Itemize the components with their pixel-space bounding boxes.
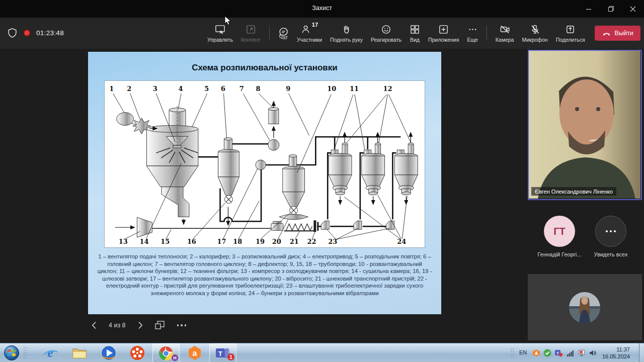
diagram-number: 2 [127, 85, 131, 93]
share-button[interactable]: Поделиться [552, 19, 589, 47]
screw-conveyor [271, 221, 314, 231]
apps-button[interactable]: Приложения [425, 19, 462, 47]
diagram-number: 11 [350, 85, 359, 93]
compressor [137, 217, 152, 237]
react-button[interactable]: Реагировать [367, 19, 405, 47]
tray-teams-icon[interactable]: T [554, 349, 562, 357]
windows-taskbar: e H a T 1 [0, 343, 644, 362]
participant-avatar-card[interactable]: ГТ Геннадій Георгі... [531, 216, 588, 257]
movie-app-icon[interactable] [129, 345, 145, 361]
language-indicator[interactable]: EN [519, 349, 527, 355]
participants-button[interactable]: 17 Участники [293, 19, 326, 47]
restore-button[interactable] [600, 0, 622, 18]
slide-more-options-button[interactable] [177, 324, 187, 326]
participants-icon [301, 24, 311, 35]
presentation-slide: Схема розпилювальної установки [88, 52, 441, 314]
unload-fan [256, 160, 266, 170]
start-button[interactable] [4, 345, 20, 361]
diagram-number: 21 [290, 238, 299, 245]
meeting-stage: Схема розпилювальної установки [0, 49, 644, 343]
diagram-number: 5 [204, 85, 209, 93]
diagram-number: 9 [286, 85, 290, 93]
more-button[interactable]: Еще [463, 19, 481, 47]
diagram-number: 16 [187, 238, 196, 245]
svg-text:T: T [218, 350, 222, 357]
diagram-number: 12 [383, 85, 392, 93]
bunker-cyclone-1 [329, 143, 352, 195]
recording-cluster: 01:23:48 [7, 28, 64, 38]
participant-initials: ГТ [553, 226, 566, 237]
window-title: Захист [0, 5, 644, 12]
raise-hand-icon [341, 24, 352, 35]
previous-slide-button[interactable] [92, 321, 97, 329]
mic-off-icon [530, 24, 540, 35]
toolbar-divider [269, 26, 270, 41]
raise-hand-button[interactable]: Поднять руку [327, 19, 366, 47]
taskbar-clock[interactable]: 11:37 16.05.2024 [598, 346, 630, 360]
participant-video-tile[interactable] [528, 274, 642, 340]
speaker-video-tile[interactable]: Євген Олександрович Ліненко [528, 50, 642, 200]
slide-page-indicator: 4 из 8 [109, 322, 126, 329]
chat-button[interactable]: Чат [275, 19, 292, 47]
svg-text:a: a [193, 349, 197, 357]
diagram-number: 19 [256, 238, 265, 245]
network-signal-icon[interactable] [567, 349, 575, 357]
internet-explorer-icon[interactable]: e [42, 345, 58, 361]
view-button[interactable]: Вид [406, 19, 424, 47]
close-icon [630, 6, 636, 12]
diagram-number: 15 [160, 238, 170, 245]
next-slide-button[interactable] [138, 321, 143, 329]
participant-photo-avatar [569, 292, 600, 323]
diagram-number: 13 [119, 238, 128, 245]
apps-plus-icon [438, 24, 449, 35]
teams-notification-badge: 1 [227, 353, 234, 360]
participant-name-label: Геннадій Георгі... [538, 251, 582, 257]
content-button[interactable]: Контент [237, 19, 264, 47]
mic-button[interactable]: Микрофон [518, 19, 551, 47]
toolbar-divider [487, 26, 487, 41]
thumbnails-icon[interactable] [155, 321, 165, 330]
dryer-chamber [146, 106, 198, 217]
diagram-number: 7 [239, 85, 244, 93]
spray-dryer-diagram: 1 2 3 4 5 6 7 8 9 10 11 12 13 14 15 16 1 [105, 81, 425, 247]
diagram-canvas: 1 2 3 4 5 6 7 8 9 10 11 12 13 14 15 16 1 [104, 80, 425, 248]
action-center-alert-icon[interactable] [578, 349, 586, 357]
camera-off-icon [500, 24, 510, 35]
meeting-timer: 01:23:48 [36, 29, 64, 37]
diagram-number: 18 [233, 238, 242, 245]
manage-button[interactable]: Управлять [204, 19, 236, 47]
diagram-number: 4 [179, 85, 183, 93]
diagram-number: 20 [272, 238, 281, 245]
antivirus-icon[interactable]: a [187, 345, 203, 361]
diagram-number: 3 [153, 85, 157, 93]
file-explorer-icon[interactable] [71, 345, 88, 361]
tray-status-ok-icon[interactable] [543, 349, 551, 357]
tray-antivirus-icon[interactable] [532, 349, 540, 357]
volume-icon[interactable] [589, 349, 597, 357]
see-all-label: Увидеть всех [594, 251, 628, 257]
close-button[interactable] [622, 0, 644, 18]
see-all-button[interactable] [595, 216, 626, 247]
ellipsis-icon [606, 230, 616, 232]
minimize-button[interactable] [578, 0, 600, 18]
shield-icon [7, 28, 18, 38]
camera-button[interactable]: Камера [492, 19, 518, 47]
participant-initials-avatar[interactable]: ГТ [544, 216, 575, 247]
speaker-webcam-image [529, 51, 640, 199]
chrome-taskbar-button[interactable]: H [152, 343, 180, 362]
see-all-card[interactable]: Увидеть всех [583, 216, 639, 257]
media-player-icon[interactable] [101, 345, 117, 361]
show-desktop-button[interactable] [639, 343, 644, 362]
speaker-name-label: Євген Олександрович Ліненко [531, 187, 616, 196]
content-icon [246, 24, 256, 35]
slide-navigation: 4 из 8 [92, 321, 186, 330]
leave-button[interactable]: Выйти [595, 26, 640, 41]
meeting-toolbar: 01:23:48 Управлять Контент Чат [0, 18, 644, 49]
restore-icon [608, 6, 614, 12]
electrode-contour [313, 220, 318, 232]
tray-grip [510, 347, 515, 358]
minimize-icon [586, 6, 592, 12]
record-indicator-icon [23, 29, 31, 37]
teams-taskbar-button[interactable]: T 1 [209, 343, 236, 362]
leave-label: Выйти [615, 30, 633, 37]
